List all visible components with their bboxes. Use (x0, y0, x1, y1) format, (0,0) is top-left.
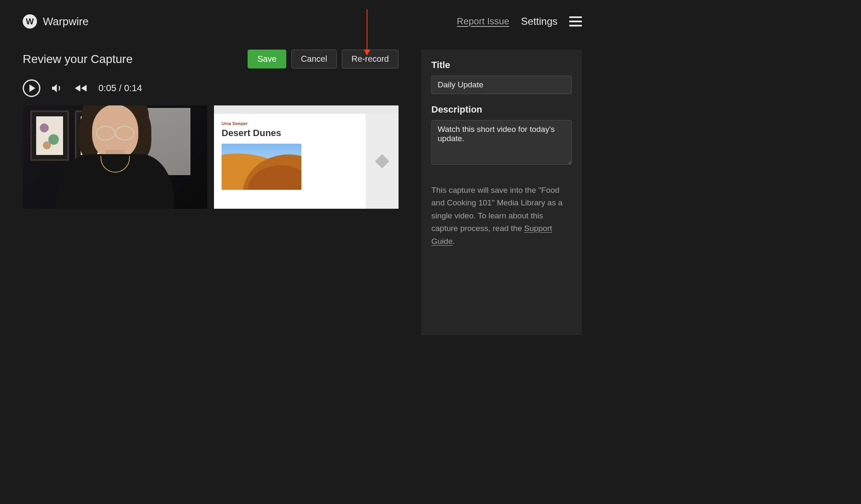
report-issue-link[interactable]: Report Issue (457, 16, 510, 27)
action-buttons: Save Cancel Re-record (248, 50, 399, 68)
screen-preview: Urna Semper Desert Dunes (214, 105, 399, 209)
title-label: Title (431, 60, 572, 71)
settings-link[interactable]: Settings (521, 16, 557, 27)
player-controls: 0:05 / 0:14 (23, 79, 399, 97)
play-icon (29, 84, 35, 92)
save-hint: This capture will save into the "Food an… (431, 184, 572, 248)
brand-name: Warpwire (43, 15, 89, 28)
play-button[interactable] (23, 79, 40, 97)
description-input[interactable] (431, 120, 572, 165)
volume-icon[interactable] (50, 82, 63, 94)
slide-image (222, 144, 301, 190)
save-button[interactable]: Save (248, 50, 286, 68)
camera-preview (23, 105, 207, 209)
timecode: 0:05 / 0:14 (98, 83, 142, 94)
app-header: W Warpwire Report Issue Settings (0, 0, 605, 33)
brand: W Warpwire (23, 14, 89, 29)
description-label: Description (431, 104, 572, 115)
cancel-button[interactable]: Cancel (291, 50, 337, 68)
rewind-icon[interactable] (73, 82, 88, 94)
menu-icon[interactable] (569, 16, 582, 26)
slide-subtitle: Urna Semper (222, 121, 358, 126)
brush-icon (375, 154, 389, 168)
page-title: Review your Capture (23, 52, 132, 66)
time-current: 0:05 (98, 83, 116, 93)
title-input[interactable] (431, 76, 572, 94)
time-total: 0:14 (124, 83, 142, 93)
annotation-arrow (367, 9, 367, 55)
brand-logo: W (23, 14, 37, 29)
slide-title: Desert Dunes (222, 128, 358, 139)
side-panel: Title Description This capture will save… (421, 50, 582, 335)
